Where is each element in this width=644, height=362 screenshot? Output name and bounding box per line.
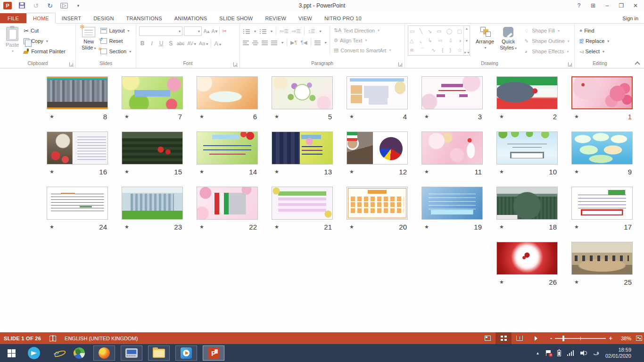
- justify-icon[interactable]: [271, 40, 277, 45]
- animation-star-icon[interactable]: ★: [274, 169, 279, 175]
- sign-in-link[interactable]: Sign in: [622, 16, 638, 21]
- keyboard-language-indicator[interactable]: ف: [593, 350, 599, 356]
- tray-expand-icon[interactable]: ▲: [536, 351, 540, 355]
- collapse-ribbon-icon[interactable]: [635, 61, 639, 65]
- cut-button[interactable]: ✂ Cut: [22, 25, 67, 36]
- new-slide-button[interactable]: New Slide▾: [79, 25, 99, 53]
- minimize-icon[interactable]: –: [601, 1, 614, 10]
- slide-thumbnail-19[interactable]: [421, 187, 483, 220]
- spell-check-icon[interactable]: [50, 336, 56, 341]
- animation-star-icon[interactable]: ★: [199, 224, 204, 230]
- shape-fill-button[interactable]: ♢ Shape Fill▾: [522, 25, 571, 36]
- animation-star-icon[interactable]: ★: [199, 114, 204, 120]
- slide-thumbnail-25[interactable]: [571, 242, 633, 275]
- align-right-icon[interactable]: [262, 40, 268, 45]
- start-button[interactable]: [0, 344, 23, 362]
- network-signal-icon[interactable]: [567, 350, 574, 356]
- change-case-button[interactable]: Aa▾: [199, 41, 208, 46]
- taskbar-media-player-button[interactable]: [175, 346, 197, 361]
- restore-icon[interactable]: ❐: [615, 1, 628, 10]
- align-text-button[interactable]: ⊜ Align Text▾: [332, 35, 393, 45]
- shapes-gallery-scrollbar[interactable]: ▲ ▼ ▼▼: [463, 26, 470, 55]
- tab-animations[interactable]: ANIMATIONS: [168, 13, 214, 23]
- slide-thumbnail-23[interactable]: [122, 187, 183, 220]
- shape-glyph[interactable]: ▭: [437, 28, 441, 34]
- taskbar-clock[interactable]: 18:59 02/01/2020: [605, 347, 631, 359]
- taskbar-onscreen-keyboard-button[interactable]: [121, 346, 142, 361]
- clipboard-dialog-launcher-icon[interactable]: [69, 62, 74, 66]
- tab-design[interactable]: DESIGN: [87, 13, 120, 23]
- animation-star-icon[interactable]: ★: [124, 169, 129, 175]
- language-indicator[interactable]: ENGLISH (UNITED KINGDOM): [65, 336, 138, 341]
- animation-star-icon[interactable]: ★: [349, 114, 354, 120]
- shape-glyph[interactable]: ≋: [410, 47, 414, 53]
- slide-thumbnail-17[interactable]: [571, 187, 633, 220]
- slide-thumbnail-7[interactable]: [122, 76, 183, 109]
- shapes-scroll-down-icon[interactable]: ▼: [465, 39, 469, 42]
- slide-thumbnail-22[interactable]: [197, 187, 258, 220]
- numbering-icon[interactable]: [259, 29, 266, 34]
- close-icon[interactable]: ✕: [629, 1, 642, 10]
- font-name-combo[interactable]: ▾: [139, 26, 182, 36]
- taskbar-internet-explorer-button[interactable]: e: [45, 344, 68, 362]
- line-spacing-icon[interactable]: ↕☰︎: [308, 28, 315, 34]
- zoom-out-button[interactable]: -: [550, 335, 552, 342]
- slide-thumbnail-2[interactable]: [496, 76, 558, 109]
- increase-indent-icon[interactable]: ⇨☰︎: [292, 28, 301, 34]
- zoom-slider[interactable]: [555, 338, 606, 339]
- animation-star-icon[interactable]: ★: [574, 169, 579, 175]
- tab-file[interactable]: FILE: [0, 13, 26, 23]
- fit-slide-to-window-icon[interactable]: [636, 336, 642, 341]
- convert-smartart-button[interactable]: ▤ Convert to SmartArt▾: [332, 45, 393, 55]
- taskbar-powerpoint-button[interactable]: P: [203, 346, 224, 361]
- clear-formatting-button[interactable]: ✂︎: [221, 28, 228, 34]
- shape-glyph[interactable]: ╲: [420, 28, 423, 34]
- paste-button[interactable]: Paste▾: [3, 25, 22, 56]
- shape-glyph[interactable]: ◗: [459, 38, 462, 43]
- reset-button[interactable]: Reset: [99, 36, 133, 46]
- shape-glyph[interactable]: }: [450, 47, 452, 53]
- slide-thumbnail-6[interactable]: [197, 76, 258, 109]
- arrange-button[interactable]: Arrange ▾: [473, 25, 497, 52]
- ribbon-display-options-icon[interactable]: ⊞: [586, 1, 600, 10]
- find-button[interactable]: ⌖ Find: [578, 25, 611, 36]
- tab-transitions[interactable]: TRANSITIONS: [120, 13, 168, 23]
- shape-glyph[interactable]: ∿: [431, 47, 436, 53]
- slide-thumbnail-5[interactable]: [272, 76, 333, 109]
- slide-thumbnail-3[interactable]: [421, 76, 483, 109]
- animation-star-icon[interactable]: ★: [424, 224, 429, 230]
- text-shadow-button[interactable]: S: [167, 40, 174, 47]
- animation-star-icon[interactable]: ★: [50, 169, 54, 175]
- taskbar-download-manager-button[interactable]: [68, 344, 91, 362]
- slide-thumbnail-14[interactable]: [197, 132, 258, 165]
- tab-home[interactable]: HOME: [26, 13, 56, 24]
- zoom-in-button[interactable]: +: [609, 335, 612, 342]
- text-direction-button[interactable]: ⇅A Text Direction▾: [332, 25, 393, 35]
- animation-star-icon[interactable]: ★: [424, 114, 429, 120]
- ltr-direction-icon[interactable]: ▶¶: [290, 40, 297, 46]
- slide-thumbnail-12[interactable]: [347, 132, 408, 165]
- slide-thumbnail-4[interactable]: [347, 76, 408, 109]
- font-color-button[interactable]: A▾: [214, 40, 221, 47]
- slide-thumbnail-8[interactable]: [47, 76, 108, 109]
- decrease-indent-icon[interactable]: ⇦☰︎: [280, 28, 289, 34]
- shape-glyph[interactable]: ⇨: [438, 38, 443, 43]
- animation-star-icon[interactable]: ★: [124, 114, 129, 120]
- shape-outline-button[interactable]: ✎ Shape Outline▾: [522, 36, 571, 46]
- section-button[interactable]: Section▾: [99, 46, 133, 57]
- shapes-scroll-up-icon[interactable]: ▲: [465, 27, 469, 30]
- tab-view[interactable]: VIEW: [292, 13, 318, 23]
- animation-star-icon[interactable]: ★: [274, 114, 279, 120]
- bold-button[interactable]: B: [139, 40, 146, 47]
- taskbar-firefox-button[interactable]: [93, 346, 115, 361]
- italic-button[interactable]: I: [149, 40, 155, 47]
- select-button[interactable]: ◅ Select▾: [578, 46, 611, 57]
- slide-show-button[interactable]: [528, 332, 544, 344]
- columns-icon[interactable]: [314, 40, 321, 45]
- animation-star-icon[interactable]: ★: [199, 169, 204, 175]
- animation-star-icon[interactable]: ★: [574, 114, 579, 120]
- copy-button[interactable]: Copy▾: [22, 36, 67, 46]
- shape-glyph[interactable]: {: [442, 47, 444, 53]
- zoom-slider-thumb[interactable]: [562, 336, 564, 341]
- slide-thumbnail-20[interactable]: [347, 187, 408, 220]
